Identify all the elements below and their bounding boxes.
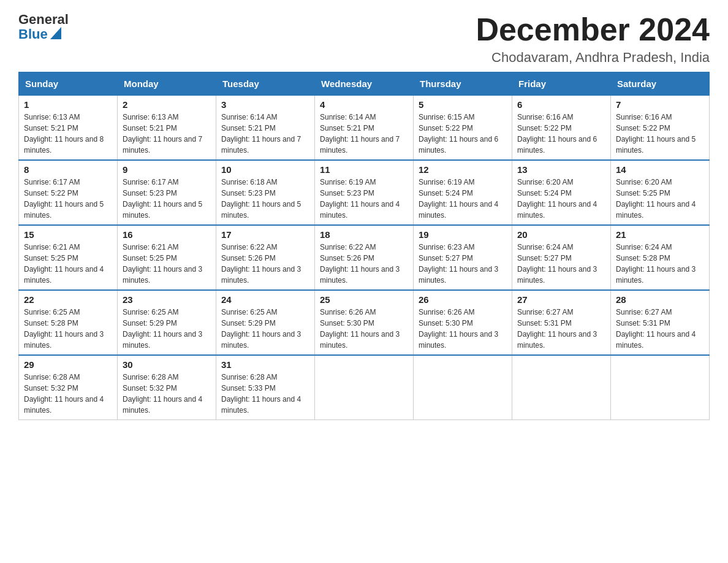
calendar-cell: 14 Sunrise: 6:20 AM Sunset: 5:25 PM Dayl… <box>611 160 710 225</box>
day-info: Sunrise: 6:16 AM Sunset: 5:22 PM Dayligh… <box>616 112 704 156</box>
calendar-cell: 1 Sunrise: 6:13 AM Sunset: 5:21 PM Dayli… <box>19 96 118 161</box>
calendar-cell: 27 Sunrise: 6:27 AM Sunset: 5:31 PM Dayl… <box>512 290 611 355</box>
day-info: Sunrise: 6:17 AM Sunset: 5:22 PM Dayligh… <box>24 177 112 221</box>
svg-marker-0 <box>50 27 61 39</box>
day-number: 10 <box>221 164 309 175</box>
day-number: 18 <box>320 229 408 240</box>
calendar-cell: 2 Sunrise: 6:13 AM Sunset: 5:21 PM Dayli… <box>118 96 216 161</box>
day-number: 4 <box>320 99 408 110</box>
column-header-wednesday: Wednesday <box>315 72 414 96</box>
calendar-cell: 17 Sunrise: 6:22 AM Sunset: 5:26 PM Dayl… <box>216 225 315 290</box>
calendar-cell: 24 Sunrise: 6:25 AM Sunset: 5:29 PM Dayl… <box>216 290 315 355</box>
calendar-cell: 8 Sunrise: 6:17 AM Sunset: 5:22 PM Dayli… <box>19 160 118 225</box>
day-info: Sunrise: 6:23 AM Sunset: 5:27 PM Dayligh… <box>419 242 507 286</box>
day-number: 5 <box>419 99 507 110</box>
calendar-cell: 18 Sunrise: 6:22 AM Sunset: 5:26 PM Dayl… <box>315 225 414 290</box>
day-info: Sunrise: 6:17 AM Sunset: 5:23 PM Dayligh… <box>123 177 211 221</box>
calendar-cell: 25 Sunrise: 6:26 AM Sunset: 5:30 PM Dayl… <box>315 290 414 355</box>
day-number: 23 <box>123 294 211 305</box>
calendar-cell <box>611 355 710 420</box>
page-header: General Blue December 2024 Chodavaram, A… <box>18 12 710 66</box>
day-number: 2 <box>123 99 211 110</box>
calendar-table: SundayMondayTuesdayWednesdayThursdayFrid… <box>18 72 710 420</box>
day-number: 17 <box>221 229 309 240</box>
day-info: Sunrise: 6:15 AM Sunset: 5:22 PM Dayligh… <box>419 112 507 156</box>
calendar-cell: 10 Sunrise: 6:18 AM Sunset: 5:23 PM Dayl… <box>216 160 315 225</box>
logo-triangle-icon <box>50 27 61 39</box>
day-number: 8 <box>24 164 112 175</box>
day-info: Sunrise: 6:14 AM Sunset: 5:21 PM Dayligh… <box>320 112 408 156</box>
calendar-cell: 23 Sunrise: 6:25 AM Sunset: 5:29 PM Dayl… <box>118 290 216 355</box>
column-header-friday: Friday <box>512 72 611 96</box>
day-info: Sunrise: 6:20 AM Sunset: 5:24 PM Dayligh… <box>517 177 605 221</box>
calendar-cell: 7 Sunrise: 6:16 AM Sunset: 5:22 PM Dayli… <box>611 96 710 161</box>
calendar-week-row: 22 Sunrise: 6:25 AM Sunset: 5:28 PM Dayl… <box>19 290 710 355</box>
day-info: Sunrise: 6:26 AM Sunset: 5:30 PM Dayligh… <box>320 307 408 351</box>
day-info: Sunrise: 6:13 AM Sunset: 5:21 PM Dayligh… <box>123 112 211 156</box>
calendar-cell: 5 Sunrise: 6:15 AM Sunset: 5:22 PM Dayli… <box>414 96 512 161</box>
calendar-cell: 12 Sunrise: 6:19 AM Sunset: 5:24 PM Dayl… <box>414 160 512 225</box>
day-info: Sunrise: 6:27 AM Sunset: 5:31 PM Dayligh… <box>616 307 704 351</box>
calendar-cell <box>315 355 414 420</box>
day-info: Sunrise: 6:21 AM Sunset: 5:25 PM Dayligh… <box>123 242 211 286</box>
calendar-week-row: 15 Sunrise: 6:21 AM Sunset: 5:25 PM Dayl… <box>19 225 710 290</box>
day-info: Sunrise: 6:18 AM Sunset: 5:23 PM Dayligh… <box>221 177 309 221</box>
day-number: 12 <box>419 164 507 175</box>
day-number: 31 <box>221 359 309 370</box>
day-info: Sunrise: 6:19 AM Sunset: 5:24 PM Dayligh… <box>419 177 507 221</box>
calendar-subtitle: Chodavaram, Andhra Pradesh, India <box>476 50 710 66</box>
day-number: 3 <box>221 99 309 110</box>
calendar-week-row: 1 Sunrise: 6:13 AM Sunset: 5:21 PM Dayli… <box>19 96 710 161</box>
logo: General Blue <box>18 12 69 42</box>
day-info: Sunrise: 6:16 AM Sunset: 5:22 PM Dayligh… <box>517 112 605 156</box>
calendar-cell: 21 Sunrise: 6:24 AM Sunset: 5:28 PM Dayl… <box>611 225 710 290</box>
day-number: 9 <box>123 164 211 175</box>
calendar-cell <box>414 355 512 420</box>
day-number: 25 <box>320 294 408 305</box>
day-number: 7 <box>616 99 704 110</box>
calendar-cell: 22 Sunrise: 6:25 AM Sunset: 5:28 PM Dayl… <box>19 290 118 355</box>
day-info: Sunrise: 6:20 AM Sunset: 5:25 PM Dayligh… <box>616 177 704 221</box>
calendar-cell: 16 Sunrise: 6:21 AM Sunset: 5:25 PM Dayl… <box>118 225 216 290</box>
day-number: 11 <box>320 164 408 175</box>
day-info: Sunrise: 6:24 AM Sunset: 5:28 PM Dayligh… <box>616 242 704 286</box>
calendar-week-row: 29 Sunrise: 6:28 AM Sunset: 5:32 PM Dayl… <box>19 355 710 420</box>
day-info: Sunrise: 6:19 AM Sunset: 5:23 PM Dayligh… <box>320 177 408 221</box>
column-header-sunday: Sunday <box>19 72 118 96</box>
calendar-cell: 13 Sunrise: 6:20 AM Sunset: 5:24 PM Dayl… <box>512 160 611 225</box>
day-info: Sunrise: 6:28 AM Sunset: 5:33 PM Dayligh… <box>221 372 309 416</box>
day-number: 13 <box>517 164 605 175</box>
day-info: Sunrise: 6:21 AM Sunset: 5:25 PM Dayligh… <box>24 242 112 286</box>
day-number: 6 <box>517 99 605 110</box>
day-number: 22 <box>24 294 112 305</box>
day-number: 30 <box>123 359 211 370</box>
calendar-cell: 4 Sunrise: 6:14 AM Sunset: 5:21 PM Dayli… <box>315 96 414 161</box>
day-info: Sunrise: 6:22 AM Sunset: 5:26 PM Dayligh… <box>221 242 309 286</box>
calendar-cell: 31 Sunrise: 6:28 AM Sunset: 5:33 PM Dayl… <box>216 355 315 420</box>
calendar-cell: 28 Sunrise: 6:27 AM Sunset: 5:31 PM Dayl… <box>611 290 710 355</box>
day-number: 16 <box>123 229 211 240</box>
column-header-thursday: Thursday <box>414 72 512 96</box>
calendar-cell: 9 Sunrise: 6:17 AM Sunset: 5:23 PM Dayli… <box>118 160 216 225</box>
day-info: Sunrise: 6:28 AM Sunset: 5:32 PM Dayligh… <box>24 372 112 416</box>
day-info: Sunrise: 6:28 AM Sunset: 5:32 PM Dayligh… <box>123 372 211 416</box>
day-info: Sunrise: 6:24 AM Sunset: 5:27 PM Dayligh… <box>517 242 605 286</box>
day-info: Sunrise: 6:22 AM Sunset: 5:26 PM Dayligh… <box>320 242 408 286</box>
day-info: Sunrise: 6:14 AM Sunset: 5:21 PM Dayligh… <box>221 112 309 156</box>
day-info: Sunrise: 6:25 AM Sunset: 5:29 PM Dayligh… <box>123 307 211 351</box>
day-info: Sunrise: 6:25 AM Sunset: 5:29 PM Dayligh… <box>221 307 309 351</box>
calendar-cell: 26 Sunrise: 6:26 AM Sunset: 5:30 PM Dayl… <box>414 290 512 355</box>
day-number: 29 <box>24 359 112 370</box>
calendar-cell: 3 Sunrise: 6:14 AM Sunset: 5:21 PM Dayli… <box>216 96 315 161</box>
column-header-saturday: Saturday <box>611 72 710 96</box>
day-number: 28 <box>616 294 704 305</box>
logo-general-text: General <box>18 12 69 27</box>
day-number: 14 <box>616 164 704 175</box>
day-number: 20 <box>517 229 605 240</box>
day-number: 1 <box>24 99 112 110</box>
day-info: Sunrise: 6:26 AM Sunset: 5:30 PM Dayligh… <box>419 307 507 351</box>
calendar-header-row: SundayMondayTuesdayWednesdayThursdayFrid… <box>19 72 710 96</box>
column-header-monday: Monday <box>118 72 216 96</box>
calendar-cell: 29 Sunrise: 6:28 AM Sunset: 5:32 PM Dayl… <box>19 355 118 420</box>
calendar-cell: 11 Sunrise: 6:19 AM Sunset: 5:23 PM Dayl… <box>315 160 414 225</box>
